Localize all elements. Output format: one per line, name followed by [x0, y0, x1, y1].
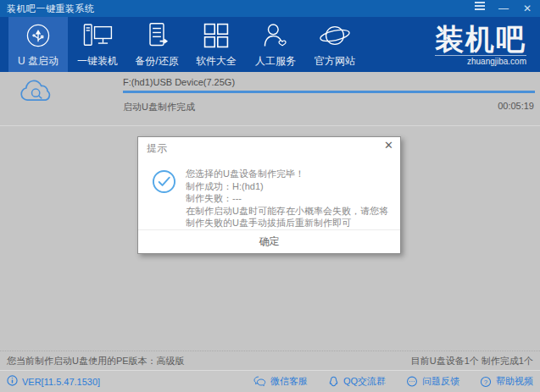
nav-item-official-website[interactable]: 官方网站: [305, 17, 365, 72]
globe-icon: [318, 21, 352, 50]
dialog-line: 您选择的U盘设备制作完毕！: [186, 168, 394, 180]
dialog-line: 在制作启动U盘时可能存在小概率会失败，请您将制作失败的U盘手动拔插后重新制作即可: [186, 205, 394, 229]
dialog-line: 制作成功：H:(hd1): [186, 180, 394, 193]
pe-version-text: 您当前制作启动U盘使用的PE版本：高级版: [7, 355, 185, 367]
dialog-line: 制作失败：---: [186, 192, 394, 205]
nav-item-label: 官方网站: [315, 54, 355, 69]
check-circle-icon: [152, 169, 176, 197]
cloud-icon: [19, 78, 54, 108]
content-area: F:(hd1)USB Device(7.25G) 启动U盘制作完成 00:05:…: [0, 72, 540, 370]
nav-item-label: 备份/还原: [135, 54, 178, 69]
feedback-icon: [406, 376, 418, 388]
usb-device-label: F:(hd1)USB Device(7.25G): [123, 77, 235, 87]
content-divider: [0, 125, 540, 126]
progress-bar-fill: [123, 91, 535, 93]
feedback-link[interactable]: 问题反馈: [406, 375, 459, 388]
footer-links: 微信客服 QQ交流群: [253, 375, 533, 388]
backup-restore-icon: [143, 21, 170, 50]
footer-link-label: 微信客服: [270, 375, 308, 388]
titlebar: 装机吧一键重装系统 — ✕: [0, 0, 540, 17]
nav-item-label: 人工服务: [255, 54, 296, 69]
nav-item-software-collection[interactable]: 软件大全: [186, 17, 246, 72]
info-icon: [7, 375, 18, 388]
help-video-link[interactable]: ? 帮助视频: [480, 375, 533, 388]
window-controls: — ✕: [474, 0, 533, 17]
svg-text:?: ?: [484, 378, 488, 385]
dialog-close-icon[interactable]: ✕: [384, 139, 393, 152]
qq-group-link[interactable]: QQ交流群: [328, 375, 386, 388]
brand-logo: 装机吧 zhuangjiba.com: [435, 24, 526, 66]
ok-button[interactable]: 确定: [138, 230, 400, 253]
footer-link-label: 问题反馈: [422, 375, 459, 388]
footer-link-label: QQ交流群: [343, 375, 386, 388]
close-button[interactable]: ✕: [521, 0, 533, 17]
usb-icon: [23, 21, 53, 50]
dialog-message: 您选择的U盘设备制作完毕！ 制作成功：H:(hd1) 制作失败：--- 在制作启…: [186, 168, 394, 229]
version-info[interactable]: VER[11.5.47.1530]: [7, 375, 100, 388]
task-status-text: 启动U盘制作完成: [123, 101, 195, 113]
qq-icon: [328, 376, 339, 388]
nav-item-manual-service[interactable]: 人工服务: [246, 17, 305, 72]
nav-item-label: U 盘启动: [18, 54, 58, 69]
footer-link-label: 帮助视频: [496, 375, 533, 388]
wechat-service-link[interactable]: 微信客服: [253, 375, 308, 388]
nav-item-backup-restore[interactable]: 备份/还原: [127, 17, 186, 72]
dialog-footer: 确定: [138, 229, 400, 253]
person-service-icon: [260, 21, 291, 50]
nav-item-one-click-install[interactable]: 一键装机: [68, 17, 127, 72]
prompt-dialog: 提示 ✕ 您选择的U盘设备制作完毕！ 制作成功：H:(hd1) 制作失败：---…: [137, 136, 401, 254]
status-row: 您当前制作启动U盘使用的PE版本：高级版 目前U盘设备1个 制作完成1个: [0, 351, 540, 370]
wechat-icon: [253, 376, 266, 387]
minimize-button[interactable]: —: [498, 0, 509, 17]
version-text: VER[11.5.47.1530]: [22, 377, 100, 387]
elapsed-time: 00:05:19: [498, 101, 534, 111]
device-count-text: 目前U盘设备1个 制作完成1个: [411, 355, 533, 367]
computer-icon: [81, 21, 114, 50]
nav-bar: U 盘启动 一键装机: [0, 17, 540, 72]
dialog-title: 提示: [138, 137, 400, 158]
brand-logo-text: 装机吧: [435, 24, 526, 54]
footer-bar: VER[11.5.47.1530] 微信客服 QQ交流群: [0, 370, 540, 392]
help-icon: ?: [480, 376, 492, 388]
nav-item-label: 一键装机: [77, 54, 118, 69]
menu-icon[interactable]: [474, 0, 486, 17]
app-window: 装机吧一键重装系统 — ✕ U 盘启动: [0, 0, 540, 392]
apps-grid-icon: [202, 21, 231, 50]
nav-item-usb-boot[interactable]: U 盘启动: [8, 17, 68, 72]
nav-item-label: 软件大全: [196, 54, 237, 69]
progress-bar: [123, 91, 535, 93]
brand-logo-domain: zhuangjiba.com: [435, 55, 526, 66]
window-title: 装机吧一键重装系统: [7, 3, 95, 15]
